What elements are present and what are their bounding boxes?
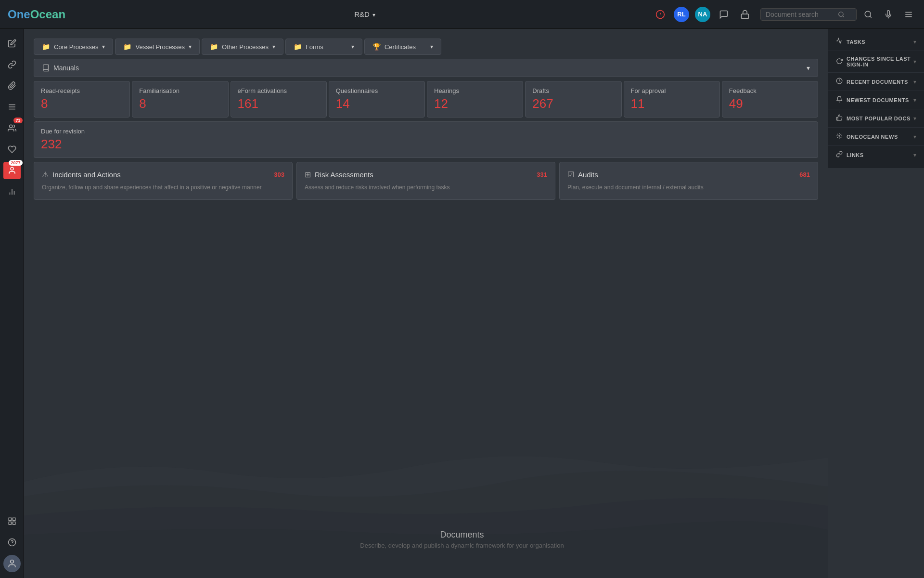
- sidebar-heart-icon[interactable]: [3, 141, 21, 158]
- process-card-count-2: 681: [799, 171, 810, 178]
- right-panel-left-0: TASKS: [836, 38, 865, 46]
- process-card-2[interactable]: ☑ Audits 681 Plan, execute and document …: [559, 162, 818, 200]
- right-panel-chevron-4: ▾: [913, 115, 916, 122]
- sidebar-users-icon[interactable]: 73: [3, 119, 21, 137]
- sidebar-grid-icon[interactable]: [3, 512, 21, 530]
- process-nav-chevron-0: ▾: [102, 43, 105, 50]
- search-input-icon: [838, 11, 845, 18]
- right-panel-label-0: TASKS: [847, 39, 865, 45]
- search-icon-btn[interactable]: [860, 7, 876, 22]
- due-revision-card[interactable]: Due for revision 232: [34, 121, 818, 158]
- sidebar-link-icon[interactable]: [3, 56, 21, 73]
- svg-point-28: [839, 135, 840, 136]
- users-badge: 73: [13, 118, 22, 123]
- right-panel-chevron-1: ▾: [913, 58, 916, 65]
- stat-label-5: Drafts: [532, 87, 614, 94]
- right-panel-item-3[interactable]: NEWEST DOCUMENTS ▾: [828, 91, 924, 109]
- right-panel-item-4[interactable]: MOST POPULAR DOCS ▾: [828, 109, 924, 128]
- rd-chevron-icon: [372, 10, 375, 18]
- svg-point-26: [10, 560, 13, 564]
- process-nav-icon-2: 📁: [210, 43, 218, 51]
- process-card-icon-0: ⚠: [42, 170, 49, 179]
- rd-label: R&D: [354, 10, 370, 18]
- process-nav-item-4[interactable]: 🏆 Certificates ▾: [364, 39, 441, 55]
- sidebar-menu-icon[interactable]: [3, 98, 21, 116]
- process-nav-label-4: Certificates: [385, 43, 416, 51]
- user-badge-2[interactable]: NA: [695, 7, 710, 22]
- process-nav-label-2: Other Processes: [222, 43, 269, 51]
- stat-card-2[interactable]: eForm activations 161: [231, 81, 327, 118]
- process-card-name-2: Audits: [578, 171, 598, 179]
- sidebar-attachment-icon[interactable]: [3, 77, 21, 94]
- stat-label-6: For approval: [631, 87, 713, 94]
- process-card-icon-2: ☑: [567, 170, 574, 179]
- logo-one: One: [8, 8, 30, 21]
- alert-icon-btn[interactable]: [653, 7, 668, 22]
- right-panel-label-2: RECENT DOCUMENTS: [847, 79, 908, 85]
- right-panel-icon-2: [836, 78, 843, 86]
- svg-rect-20: [9, 518, 11, 520]
- right-panel-chevron-5: ▾: [913, 133, 916, 140]
- right-panel-icon-4: [836, 114, 843, 122]
- process-nav-item-1[interactable]: 📁 Vessel Processes ▾: [115, 39, 200, 55]
- process-card-title-0: ⚠ Incidents and Actions: [42, 170, 121, 179]
- stat-card-6[interactable]: For approval 11: [624, 81, 720, 118]
- stat-card-7[interactable]: Feedback 49: [722, 81, 818, 118]
- right-panel-item-6[interactable]: LINKS ▾: [828, 146, 924, 164]
- stat-value-3: 14: [336, 96, 418, 111]
- right-panel-item-0[interactable]: TASKS ▾: [828, 33, 924, 51]
- svg-point-6: [865, 11, 871, 17]
- right-panel-label-6: LINKS: [847, 152, 864, 158]
- manuals-book-icon: [42, 64, 50, 72]
- right-panel-chevron-6: ▾: [913, 152, 916, 158]
- right-panel-item-2[interactable]: RECENT DOCUMENTS ▾: [828, 73, 924, 91]
- right-panel-item-1[interactable]: CHANGES SINCE LAST SIGN-IN ▾: [828, 51, 924, 73]
- rd-dropdown-button[interactable]: R&D: [354, 10, 375, 18]
- sidebar-chart-icon[interactable]: [3, 183, 21, 200]
- process-card-0[interactable]: ⚠ Incidents and Actions 303 Organize, fo…: [34, 162, 293, 200]
- sidebar-person-icon[interactable]: 2077: [3, 162, 21, 179]
- stat-card-0[interactable]: Read-receipts 8: [34, 81, 130, 118]
- chat-icon-btn[interactable]: [716, 7, 732, 22]
- right-panel-icon-5: [836, 132, 843, 141]
- document-search-input[interactable]: [766, 11, 838, 18]
- nav-icons: RL NA: [653, 7, 753, 22]
- process-nav-label-3: Forms: [306, 43, 323, 51]
- sidebar-help-icon[interactable]: [3, 534, 21, 551]
- lock-icon-btn[interactable]: [737, 7, 753, 22]
- stat-card-4[interactable]: Hearings 12: [427, 81, 523, 118]
- mic-icon-btn[interactable]: [881, 7, 896, 22]
- right-panel-label-4: MOST POPULAR DOCS: [847, 116, 911, 121]
- logo[interactable]: OneOcean: [8, 8, 65, 21]
- right-panel-icon-0: [836, 38, 843, 46]
- search-box[interactable]: [760, 8, 857, 21]
- svg-rect-3: [742, 14, 749, 18]
- logo-ocean: Ocean: [30, 8, 65, 21]
- process-nav-item-2[interactable]: 📁 Other Processes ▾: [202, 39, 283, 55]
- svg-rect-21: [13, 518, 15, 520]
- process-card-desc-1: Assess and reduce risks involved when pe…: [305, 183, 547, 192]
- process-cards: ⚠ Incidents and Actions 303 Organize, fo…: [34, 162, 818, 200]
- process-nav-item-3[interactable]: 📁 Forms ▾: [285, 39, 362, 55]
- right-panel-left-2: RECENT DOCUMENTS: [836, 78, 908, 86]
- stat-card-1[interactable]: Familiarisation 8: [132, 81, 228, 118]
- nav-center: R&D: [77, 10, 653, 18]
- right-panel-item-5[interactable]: ONEOCEAN NEWS ▾: [828, 128, 924, 146]
- stat-card-3[interactable]: Questionnaires 14: [329, 81, 425, 118]
- process-nav-icon-3: 📁: [294, 43, 302, 51]
- process-card-header-1: ⊞ Risk Assessments 331: [305, 170, 547, 179]
- sidebar-edit-icon[interactable]: [3, 35, 21, 52]
- hamburger-icon-btn[interactable]: [901, 7, 916, 22]
- stat-label-3: Questionnaires: [336, 87, 418, 94]
- stat-card-5[interactable]: Drafts 267: [525, 81, 621, 118]
- process-card-1[interactable]: ⊞ Risk Assessments 331 Assess and reduce…: [296, 162, 555, 200]
- sidebar-avatar[interactable]: [3, 555, 21, 572]
- process-nav-item-left-2: 📁 Other Processes: [210, 43, 269, 51]
- manuals-label: Manuals: [53, 64, 79, 72]
- right-panel-chevron-0: ▾: [913, 39, 916, 45]
- right-panel-label-1: CHANGES SINCE LAST SIGN-IN: [847, 56, 913, 67]
- top-nav: OneOcean R&D RL NA: [0, 0, 924, 29]
- process-nav-item-0[interactable]: 📁 Core Processes ▾: [34, 39, 113, 55]
- manuals-bar[interactable]: Manuals ▾: [34, 59, 818, 77]
- user-badge-1[interactable]: RL: [674, 7, 689, 22]
